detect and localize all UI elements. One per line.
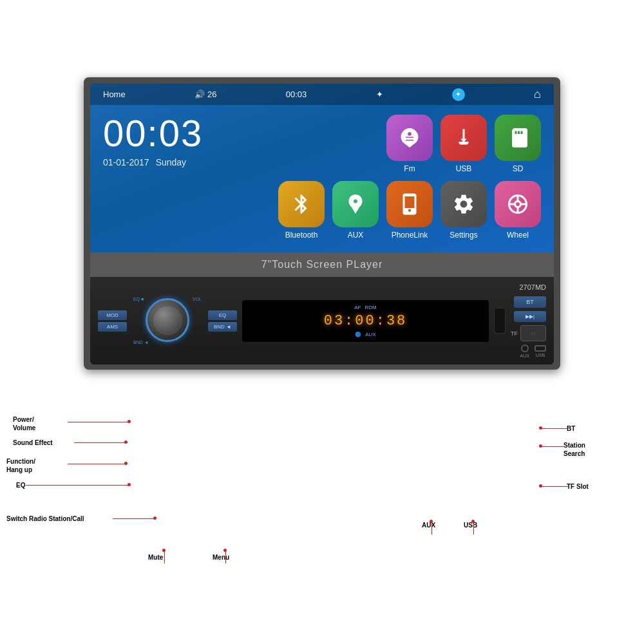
wheel-label: Wheel	[507, 231, 529, 240]
app-aux[interactable]: AUX	[332, 181, 379, 240]
eq-label-knob: EQ ■	[133, 297, 144, 301]
annotation-line-station	[541, 446, 565, 447]
aux-usb-section: AUX USB	[520, 345, 546, 358]
apps-row-2: Bluetooth AUX	[216, 181, 541, 240]
app-bluetooth[interactable]: Bluetooth	[278, 181, 325, 240]
bnd-button[interactable]: BND ◄	[208, 322, 237, 332]
annotation-dot-sound	[124, 440, 128, 444]
app-sd[interactable]: SD	[495, 115, 541, 173]
annotation-tf-slot: TF Slot	[567, 483, 589, 490]
annotation-line-switch	[113, 518, 155, 519]
knob-section: EQ ■ BND ◄ VOL	[132, 296, 203, 346]
aux-port-label: AUX	[520, 354, 529, 358]
annotation-line-aux	[431, 522, 432, 535]
annotation-sound-effect: Sound Effect	[13, 439, 53, 446]
display-time: 03:00:38	[324, 313, 408, 329]
annotation-line-eq	[26, 485, 129, 486]
settings-icon	[440, 181, 487, 227]
annotation-usb-bottom: USB	[464, 522, 477, 529]
screen[interactable]: Home 🔊 26 00:03 ✦ ✦ ⌂ 00:03 01-01-2017 S…	[90, 84, 554, 252]
usb-port	[535, 345, 546, 352]
home-label: Home	[103, 90, 126, 99]
annotation-station-search: StationSearch	[564, 441, 585, 458]
mod-button[interactable]: MOD	[98, 310, 127, 320]
tf-slot[interactable]: ▭	[520, 325, 546, 341]
aux-label: AUX	[348, 231, 364, 240]
control-panel: MOD AMS EQ ■ BND ◄ VOL EQ BND ◄	[90, 277, 554, 365]
panel-left: MOD AMS	[98, 310, 127, 332]
wheel-icon	[495, 181, 541, 227]
sd-label: SD	[513, 164, 524, 173]
home-content: 00:03 01-01-2017 Sunday	[90, 105, 554, 252]
usb-label: USB	[456, 164, 472, 173]
annotation-dot-power	[128, 420, 131, 423]
apps-row-1: Fm USB	[216, 115, 541, 173]
fm-icon	[386, 115, 433, 161]
annotation-dot-menu	[223, 549, 227, 552]
apps-section: Fm USB	[216, 115, 541, 240]
annotation-eq: EQ	[16, 482, 25, 489]
annotation-line-menu	[225, 551, 226, 564]
home-icon[interactable]: ⌂	[534, 88, 541, 101]
product-label: 7"Touch Screen PLayer	[90, 252, 554, 277]
bt-display-icon: 🔵	[355, 332, 361, 337]
monitor: Home 🔊 26 00:03 ✦ ✦ ⌂ 00:03 01-01-2017 S…	[84, 77, 560, 370]
station-search-button[interactable]: ▶▶|	[514, 311, 546, 322]
tf-label: TF	[511, 330, 518, 337]
big-clock: 00:03	[103, 115, 203, 152]
app-fm[interactable]: Fm	[386, 115, 433, 173]
app-phonelink[interactable]: PhoneLink	[386, 181, 433, 240]
annotation-line-power	[68, 422, 129, 422]
bluetooth-icon	[278, 181, 325, 227]
annotation-dot-eq	[128, 483, 131, 486]
svg-point-1	[515, 202, 521, 207]
app-usb[interactable]: USB	[440, 115, 487, 173]
volume-indicator: 🔊 26	[194, 90, 216, 99]
date: 01-01-2017	[103, 157, 149, 167]
time-section: 00:03 01-01-2017 Sunday	[103, 115, 203, 240]
annotation-dot-bt	[539, 426, 542, 430]
annotation-dot-tf	[539, 484, 542, 488]
aux-icon	[332, 181, 379, 227]
tf-area: TF ▭	[511, 325, 546, 341]
bt-button[interactable]: BT	[514, 296, 546, 308]
app-settings[interactable]: Settings	[440, 181, 487, 240]
ir-sensor	[494, 308, 506, 334]
display-top-icons: AF RDM	[354, 305, 376, 310]
sd-icon	[495, 115, 541, 161]
eq-button[interactable]: EQ	[208, 310, 237, 320]
usb-port-label: USB	[536, 353, 545, 357]
annotation-line-usb	[473, 522, 474, 535]
date-info: 01-01-2017 Sunday	[103, 157, 203, 167]
day: Sunday	[156, 157, 186, 167]
display-bottom-icons: 🔵 AUX	[355, 332, 375, 337]
knob[interactable]	[146, 298, 189, 342]
annotation-bt: BT	[567, 425, 575, 432]
annotation-menu: Menu	[213, 554, 229, 561]
ams-button[interactable]: AMS	[98, 322, 127, 332]
bluetooth-label: Bluetooth	[285, 231, 318, 240]
annotation-aux-bottom: AUX	[422, 522, 435, 529]
aux-port	[521, 345, 529, 352]
model-number: 2707MD	[519, 283, 546, 291]
annotation-switch-radio: Switch Radio Station/Call	[6, 515, 84, 522]
annotation-line-tf	[541, 486, 568, 487]
annotation-dot-station	[539, 444, 542, 448]
annotation-dot-function	[124, 462, 128, 465]
status-bar: Home 🔊 26 00:03 ✦ ✦ ⌂	[90, 84, 554, 105]
annotation-line-function	[68, 464, 126, 464]
vol-label-knob: VOL	[193, 297, 202, 301]
annotation-dot-mute	[162, 549, 166, 552]
display-section: AF RDM 03:00:38 🔵 AUX	[242, 300, 489, 342]
af-icon: AF	[354, 305, 361, 310]
usb-port-area: USB	[535, 345, 546, 357]
aux-port-area: AUX	[520, 345, 529, 358]
status-time: 00:03	[286, 90, 307, 99]
usb-icon	[440, 115, 487, 161]
annotation-dot-usb	[471, 520, 475, 523]
app-wheel[interactable]: Wheel	[495, 181, 541, 240]
annotation-dot-switch	[153, 516, 156, 520]
phonelink-icon	[386, 181, 433, 227]
settings-label: Settings	[450, 231, 477, 240]
panel-right-section: 2707MD BT ▶▶| TF ▭ AUX	[511, 283, 546, 358]
